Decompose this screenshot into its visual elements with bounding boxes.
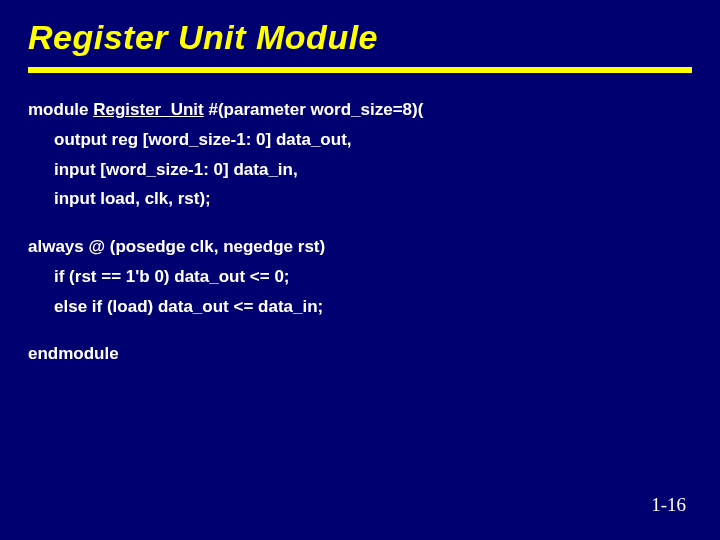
decl-pre: module [28,100,93,119]
port-control: input load, clk, rst); [28,184,692,214]
slide: Register Unit Module module Register_Uni… [0,0,720,540]
page-number: 1-16 [651,494,686,516]
code-block: module Register_Unit #(parameter word_si… [28,95,692,369]
if-line: if (rst == 1'b 0) data_out <= 0; [28,262,692,292]
port-output: output reg [word_size-1: 0] data_out, [28,125,692,155]
decl-post: #(parameter word_size=8)( [204,100,424,119]
slide-title: Register Unit Module [28,18,692,57]
title-underline [28,67,692,73]
decl-line: module Register_Unit #(parameter word_si… [28,95,692,125]
endmodule-block: endmodule [28,339,692,369]
module-declaration: module Register_Unit #(parameter word_si… [28,95,692,214]
always-block: always @ (posedge clk, negedge rst) if (… [28,232,692,321]
port-data-in: input [word_size-1: 0] data_in, [28,155,692,185]
endmodule-line: endmodule [28,339,692,369]
module-name: Register_Unit [93,100,204,119]
else-line: else if (load) data_out <= data_in; [28,292,692,322]
always-line: always @ (posedge clk, negedge rst) [28,232,692,262]
